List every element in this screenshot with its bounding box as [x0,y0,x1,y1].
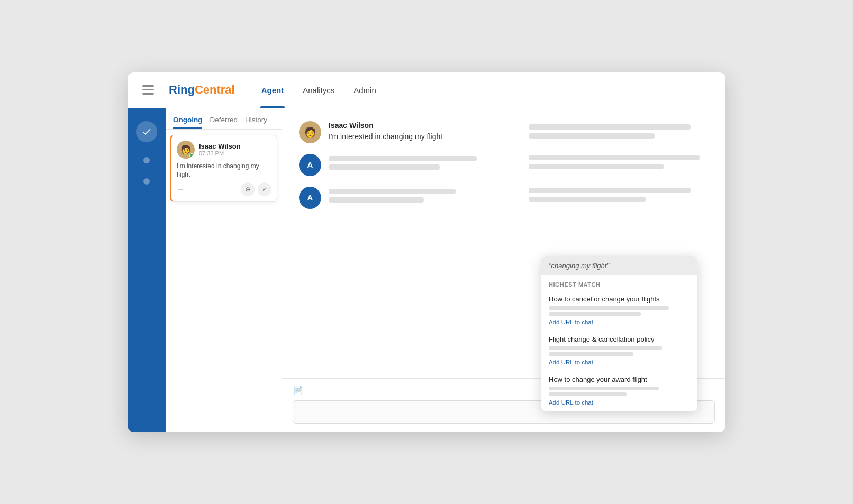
conversation-item[interactable]: 🧑 Isaac Wilson 07:33 PM I'm interested i… [170,135,277,203]
chat-area: 🧑 Isaac Wilson I'm interested in changin… [282,108,725,432]
ph-line [529,124,691,130]
top-nav-tabs: Agent Analitycs Admin [260,72,377,108]
ph-line [329,164,440,170]
ph-line [549,352,633,356]
message-row-user: 🧑 Isaac Wilson I'm interested in changin… [299,121,709,143]
rail-dot-2[interactable] [143,178,150,185]
agent-avatar-1: A [299,154,321,176]
ph-line [329,189,456,194]
user-name: Isaac Wilson [329,121,521,130]
conv-preview: I'm interested in changing my flight [177,162,271,180]
top-nav: Ring Central Agent Analitycs Admin [128,72,725,108]
autocomplete-item-title-1: How to cancel or change your flights [549,295,690,303]
ph-line [549,346,662,350]
logo: Ring Central [169,83,235,97]
ph-line [529,164,664,169]
logo-central: Central [195,83,235,97]
online-indicator [189,153,194,158]
conversation-tabs: Ongoing Deferred History [166,108,282,130]
main-layout: Ongoing Deferred History 🧑 Isaac Wilson … [128,108,725,432]
ph-line [329,156,477,161]
user-message-content: Isaac Wilson I'm interested in changing … [329,121,521,142]
assign-button[interactable]: ⊖ [241,182,255,196]
ph-line [529,133,655,139]
conversation-list: 🧑 Isaac Wilson 07:33 PM I'm interested i… [166,130,282,432]
ph-line [529,197,646,202]
add-url-link-1[interactable]: Add URL to chat [549,319,690,325]
autocomplete-item-1[interactable]: How to cancel or change your flights Add… [541,291,697,331]
ph-line [549,387,659,390]
tab-admin[interactable]: Admin [352,72,377,108]
ph-line [549,306,669,310]
tab-analytics[interactable]: Analitycs [302,72,335,108]
avatar: 🧑 [177,141,195,159]
menu-button[interactable] [142,85,154,95]
rail-dot-1[interactable] [143,157,150,163]
tab-ongoing[interactable]: Ongoing [173,116,202,129]
ph-line [329,197,424,203]
user-avatar: 🧑 [299,121,321,143]
conv-item-header: 🧑 Isaac Wilson 07:33 PM [177,141,271,159]
add-url-link-3[interactable]: Add URL to chat [549,399,690,406]
conv-time: 07:33 PM [199,150,271,157]
ph-line [549,312,641,316]
autocomplete-item-title-2: Flight change & cancellation policy [549,335,690,343]
ph-line [529,155,700,160]
message-row-agent-1: A [299,154,709,176]
tab-deferred[interactable]: Deferred [210,116,238,129]
conversations-panel: Ongoing Deferred History 🧑 Isaac Wilson … [166,108,282,432]
tab-history[interactable]: History [245,116,267,129]
autocomplete-item-2[interactable]: Flight change & cancellation policy Add … [541,331,697,371]
rail-check-icon[interactable] [136,121,157,142]
autocomplete-dropdown: "changing my flight" HIGHEST MATCH How t… [541,256,697,411]
icon-rail [128,108,166,432]
autocomplete-item-3[interactable]: How to change your award flight Add URL … [541,371,697,411]
check-button[interactable]: ✓ [258,182,271,196]
user-message-text: I'm interested in changing my flight [329,131,521,142]
logo-ring: Ring [169,83,195,97]
autocomplete-search-bar: "changing my flight" [541,256,697,275]
autocomplete-section-label: HIGHEST MATCH [541,275,697,291]
ph-line [549,392,627,396]
message-row-agent-2: A [299,187,709,209]
agent-avatar-2: A [299,187,321,209]
tab-agent[interactable]: Agent [260,72,285,108]
autocomplete-item-title-3: How to change your award flight [549,375,690,383]
arrow-right-icon: → [177,185,184,194]
attachment-icon[interactable]: 📄 [293,385,303,395]
ph-line [529,188,691,193]
conv-name: Isaac Wilson [199,142,271,150]
conv-actions: → ⊖ ✓ [177,182,271,196]
add-url-link-2[interactable]: Add URL to chat [549,359,690,365]
